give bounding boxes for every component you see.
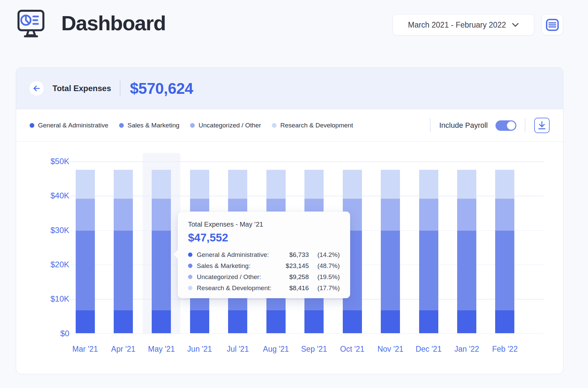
monitor-chart-icon [16,9,45,38]
arrow-left-icon [33,85,40,92]
bar-segment-research-development [228,170,247,199]
tooltip: Total Expenses - May ’21 $47,552 General… [178,211,350,298]
gridline [63,161,544,162]
x-axis-label: Jul '21 [216,345,260,354]
bar-segment-sales-marketing [495,231,514,310]
include-payroll-toggle[interactable] [495,120,516,131]
date-range-select[interactable]: March 2021 - February 2022 [393,14,534,36]
legend-item-sales-marketing[interactable]: Sales & Marketing [119,122,179,129]
tooltip-row-label: General & Administrative: [197,251,269,259]
bar-mar-21[interactable] [76,170,95,333]
legend-item-label: Research & Development [280,122,353,129]
controls-row: General & AdministrativeSales & Marketin… [16,109,563,142]
y-axis-label: $40K [20,191,69,200]
x-axis-label: Nov '21 [369,345,412,354]
bar-segment-research-development [152,170,171,199]
bar-segment-research-development [114,170,133,199]
bar-segment-sales-marketing [152,231,171,310]
tooltip-row-label: Sales & Marketing: [197,262,250,270]
bar-segment-general-administrative [114,310,133,334]
header-divider [120,81,120,96]
legend-item-research-development[interactable]: Research & Development [272,122,353,129]
tooltip-row-label: Uncategorized / Other: [197,273,261,281]
bar-segment-uncategorized-other [419,199,438,231]
bar-segment-research-development [76,170,95,199]
tooltip-row-dot-icon [188,286,192,290]
bar-segment-uncategorized-other [457,199,476,231]
download-button[interactable] [534,118,550,133]
tooltip-row-sales-marketing: Sales & Marketing:$23,145(48.7%) [188,260,340,271]
bar-segment-general-administrative [419,310,438,334]
bar-segment-general-administrative [304,310,324,334]
bar-nov-21[interactable] [381,170,400,333]
x-axis-label: Aug '21 [254,345,298,354]
tooltip-row-value: $9,258 [274,273,309,281]
tooltip-row-percent: (14.2%) [309,251,340,259]
bar-segment-research-development [381,170,400,199]
page-title: Dashboard [61,11,166,35]
tooltip-row-dot-icon [188,264,192,268]
legend-dot-icon [119,123,124,128]
back-button[interactable] [29,81,44,96]
chevron-down-icon [512,23,519,27]
y-axis-label: $20K [20,260,69,269]
bar-segment-general-administrative [343,310,362,334]
x-axis-label: Jun '21 [178,345,221,354]
x-axis-label: Oct '21 [330,345,374,354]
bar-segment-general-administrative [457,310,476,334]
tooltip-row-research-development: Research & Development:$8,416(17.7%) [188,282,340,294]
bar-segment-uncategorized-other [152,199,171,231]
bar-segment-research-development [190,170,209,199]
bar-segment-research-development [495,170,514,199]
legend-dot-icon [30,123,34,128]
tooltip-row-value: $23,145 [274,262,309,270]
bar-feb-22[interactable] [495,170,514,333]
bar-segment-uncategorized-other [114,199,133,231]
bar-segment-sales-marketing [114,231,133,310]
bar-segment-uncategorized-other [76,199,95,231]
stacked-bar-chart: Total Expenses - May ’21 $47,552 General… [16,142,563,374]
legend: General & AdministrativeSales & Marketin… [30,122,353,129]
bar-segment-general-administrative [152,310,171,334]
grid-view-button[interactable] [542,14,563,35]
x-axis-label: Jan '22 [445,345,489,354]
tooltip-rows: General & Administrative:$6,733(14.2%)Sa… [188,249,340,294]
bar-segment-research-development [266,170,286,199]
total-expenses-value: $570,624 [130,79,193,98]
x-axis-label: Apr '21 [101,345,145,354]
tooltip-row-value: $8,416 [274,284,309,292]
x-axis-label: Mar '21 [63,345,107,354]
y-axis-label: $0 [20,329,69,338]
tooltip-total: $47,552 [188,231,340,244]
legend-item-uncategorized-other[interactable]: Uncategorized / Other [190,122,261,129]
legend-item-general-administrative[interactable]: General & Administrative [30,122,108,129]
bar-segment-general-administrative [76,310,95,334]
tooltip-row-uncategorized-other: Uncategorized / Other:$9,258(19.5%) [188,271,340,282]
table-grid-icon [546,18,559,31]
legend-item-label: Sales & Marketing [127,122,179,129]
divider [525,118,525,132]
bar-jan-22[interactable] [457,170,476,333]
toggle-knob [507,121,515,130]
legend-item-label: General & Administrative [38,122,108,129]
x-axis-label: Sep '21 [292,345,336,354]
tooltip-row-percent: (19.5%) [309,273,340,281]
bar-dec-21[interactable] [419,170,438,333]
bar-segment-sales-marketing [381,231,400,310]
bar-segment-sales-marketing [76,231,95,310]
x-axis-label: May '21 [140,345,183,354]
bar-segment-uncategorized-other [381,199,400,231]
tooltip-row-dot-icon [188,253,192,257]
bar-segment-general-administrative [495,310,514,334]
bar-apr-21[interactable] [114,170,133,333]
tooltip-row-general-administrative: General & Administrative:$6,733(14.2%) [188,249,340,260]
bar-segment-sales-marketing [457,231,476,310]
divider [430,118,431,132]
total-expenses-label: Total Expenses [52,84,111,93]
x-axis-label: Feb '22 [483,345,527,354]
bar-segment-general-administrative [228,310,247,334]
y-axis-label: $30K [20,226,69,235]
expenses-card: Total Expenses $570,624 General & Admini… [16,67,563,374]
bar-may-21[interactable] [152,170,171,333]
include-payroll-label: Include Payroll [439,121,488,130]
